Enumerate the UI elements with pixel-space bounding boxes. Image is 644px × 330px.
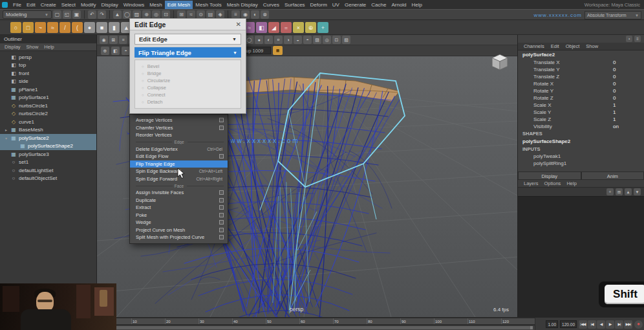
step-forward-button[interactable]: ▶| xyxy=(615,320,623,329)
layer-editor-menu-item[interactable]: Options xyxy=(544,181,561,186)
expand-arrow-icon[interactable]: ▸ xyxy=(4,127,8,132)
range-end-handle[interactable] xyxy=(530,326,533,329)
current-frame-field[interactable]: 1.00 xyxy=(546,320,558,328)
outliner-row[interactable]: ○ set1 xyxy=(0,159,96,167)
option-box-icon[interactable] xyxy=(219,154,224,159)
camera-attributes-icon[interactable]: ≡ xyxy=(119,36,127,44)
option-box-icon[interactable] xyxy=(219,220,224,225)
menu-item[interactable]: Delete Edge/Vertex Ctrl+Del xyxy=(130,146,228,153)
outliner-row[interactable]: ▸ ▦ BaseMesh xyxy=(0,126,96,135)
outliner-row[interactable]: ▦ polySurfaceShape2 xyxy=(0,142,96,151)
menubar-item[interactable]: Mesh xyxy=(147,1,165,9)
new-scene-icon[interactable]: ▢ xyxy=(53,10,61,19)
dialog-titlebar[interactable]: Edit Edge ✕ xyxy=(130,19,246,30)
menu-item[interactable]: Reorder Vertices xyxy=(130,131,228,139)
anti-alias-icon[interactable]: ▨ xyxy=(313,36,321,44)
channel-value[interactable]: 1 xyxy=(613,116,638,122)
channel-value[interactable]: 0 xyxy=(613,67,638,72)
status-icon[interactable] xyxy=(109,10,110,19)
channel-row[interactable]: Scale Z 1 xyxy=(518,116,644,123)
menu-item[interactable]: Face xyxy=(130,182,228,189)
menu-item[interactable]: Wedge xyxy=(130,219,228,226)
timeline-tick[interactable]: 60 xyxy=(299,318,333,324)
option-box-icon[interactable] xyxy=(219,126,224,130)
lights-icon[interactable]: ¤ xyxy=(274,36,283,44)
mirror-icon[interactable]: ◧ xyxy=(256,22,267,33)
menubar-item[interactable]: Generate xyxy=(342,1,369,9)
combobox-option[interactable]: ○ Circularize xyxy=(135,77,241,84)
shadows-icon[interactable]: ◑ xyxy=(284,36,292,44)
new-layer-icon[interactable]: + xyxy=(606,188,614,195)
menubar-item[interactable]: File xyxy=(10,1,24,9)
pencil-curve-icon[interactable]: / xyxy=(59,22,70,33)
channel-row[interactable]: Translate Y 0 xyxy=(518,66,644,73)
quad-draw-icon[interactable]: + xyxy=(317,22,328,33)
range-slider-bar[interactable] xyxy=(100,326,533,329)
range-end-field[interactable]: 120.00 xyxy=(560,320,577,328)
view-gizmo-cube-icon[interactable] xyxy=(491,53,509,74)
expand-arrow-icon[interactable]: ▾ xyxy=(4,136,8,140)
textured-mode-icon[interactable]: ◐ xyxy=(264,36,273,44)
channel-row[interactable]: Rotate Z 0 xyxy=(518,94,644,102)
menubar-item[interactable]: Deform xyxy=(308,1,330,9)
input-node-row[interactable]: polyTweak1 xyxy=(518,153,644,160)
timeline-tick[interactable]: 70 xyxy=(333,318,367,324)
combobox-selected-option[interactable]: Flip Triangle Edge ▼ xyxy=(134,47,241,58)
combobox-option[interactable]: ○ Bridge xyxy=(135,70,241,77)
depth-of-field-icon[interactable]: ◎ xyxy=(323,36,331,44)
menubar-item[interactable]: Curves xyxy=(261,1,282,9)
outliner-menu-item[interactable]: Show xyxy=(27,44,39,50)
outliner-row[interactable]: ◧ front xyxy=(0,69,96,78)
collapse-icon[interactable]: ≡ xyxy=(634,36,641,42)
option-box-icon[interactable] xyxy=(219,213,224,217)
menubar-item[interactable]: Cache xyxy=(369,1,389,9)
option-box-icon[interactable] xyxy=(219,198,224,203)
menu-item[interactable]: Average Vertices xyxy=(130,116,228,124)
outliner-row[interactable]: ◧ side xyxy=(0,78,96,86)
outliner-row[interactable]: ▦ pPlane1 xyxy=(0,85,96,94)
outliner-row[interactable]: ◇ nurbsCircle1 xyxy=(0,102,96,110)
range-slider[interactable] xyxy=(97,325,535,330)
transform-mode-dropdown[interactable]: Absolute Transform ▼ xyxy=(585,11,641,19)
menubar-item[interactable]: Windows xyxy=(121,1,147,9)
option-box-icon[interactable] xyxy=(219,235,224,239)
ipr-render-icon[interactable]: ◐ xyxy=(251,10,259,19)
channel-value[interactable]: 1 xyxy=(613,109,638,115)
option-box-icon[interactable] xyxy=(219,190,224,195)
menubar-item[interactable]: Arnold xyxy=(389,1,409,9)
layer-editor-tab[interactable]: Anim xyxy=(581,171,644,180)
channel-value[interactable]: 0 xyxy=(613,81,638,87)
layer-editor-menu-item[interactable]: Help xyxy=(566,181,576,186)
select-camera-icon[interactable]: ◉ xyxy=(100,36,108,44)
pin-icon[interactable]: ▪ xyxy=(626,36,632,42)
channel-row[interactable]: Translate X 0 xyxy=(518,59,644,66)
poly-cube-icon[interactable]: ■ xyxy=(96,22,107,33)
outliner-row[interactable]: ▦ polySurface3 xyxy=(0,150,96,159)
menu-item[interactable]: Duplicate xyxy=(130,197,228,204)
outliner-menu-item[interactable]: Help xyxy=(44,44,54,50)
timeline-tick[interactable]: 120 xyxy=(501,318,535,324)
option-box-icon[interactable] xyxy=(219,228,224,232)
layer-editor-tab[interactable]: Display xyxy=(518,171,581,180)
channel-row[interactable]: Scale Y 1 xyxy=(518,109,644,116)
arc-tool-icon[interactable]: ( xyxy=(72,22,83,33)
channel-row[interactable]: Rotate X 0 xyxy=(518,80,644,87)
menu-item[interactable]: Flip Triangle Edge xyxy=(130,160,228,168)
channel-box-menu-item[interactable]: Edit xyxy=(551,43,559,49)
channel-row[interactable]: Scale X 1 xyxy=(518,102,644,109)
combobox-option[interactable]: ○ Detach xyxy=(135,98,241,105)
menu-item[interactable]: Edge xyxy=(130,139,228,146)
render-settings-icon[interactable]: ⊗ xyxy=(261,10,269,19)
go-to-end-button[interactable]: ▶▶| xyxy=(624,320,632,329)
ep-curve-icon[interactable]: ≈ xyxy=(47,22,58,33)
cv-curve-icon[interactable]: ~ xyxy=(35,22,46,33)
node-name[interactable]: polySurface2 xyxy=(518,50,644,59)
input-node-row[interactable]: polySplitRing1 xyxy=(518,160,644,167)
menubar-item[interactable]: Help xyxy=(409,1,425,9)
new-layer-selected-icon[interactable]: ⊞ xyxy=(616,188,623,195)
lock-camera-icon[interactable]: ⊠ xyxy=(109,36,118,44)
xray-icon[interactable]: ▧ xyxy=(342,36,350,44)
open-scene-icon[interactable]: ◱ xyxy=(63,10,71,19)
undo-icon[interactable]: ↶ xyxy=(88,10,96,19)
timeline-tick[interactable]: 10 xyxy=(131,318,165,324)
